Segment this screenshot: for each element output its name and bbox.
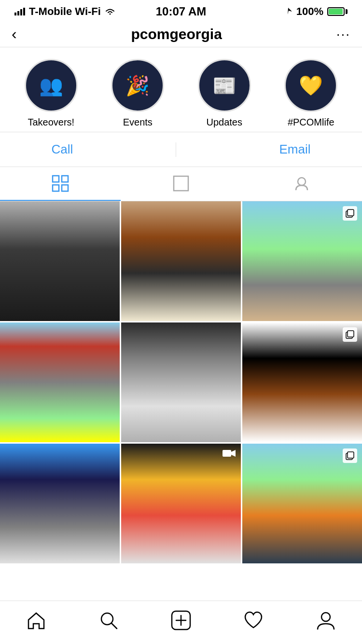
grid-view-button[interactable] [0, 167, 121, 201]
grid-item-8[interactable] [121, 444, 241, 563]
battery-icon [327, 7, 348, 16]
highlight-updates[interactable]: 📰 Updates [198, 59, 251, 128]
svg-rect-4 [53, 176, 59, 182]
home-icon [26, 610, 46, 630]
grid-icon [52, 175, 69, 192]
svg-point-22 [321, 613, 330, 621]
grid-item-3[interactable] [242, 201, 362, 321]
grid-item-2[interactable] [121, 201, 241, 321]
nav-search-button[interactable] [89, 606, 128, 635]
svg-rect-8 [174, 176, 188, 191]
multi-photo-badge-6 [343, 327, 357, 342]
heart-icon [243, 610, 264, 630]
wifi-icon [105, 8, 115, 15]
svg-rect-11 [348, 210, 354, 216]
svg-rect-16 [348, 452, 354, 458]
battery-percent: 100% [296, 5, 323, 18]
status-carrier: T-Mobile Wi-Fi [14, 5, 115, 18]
profile-icon [316, 610, 336, 630]
svg-rect-7 [62, 185, 68, 191]
search-icon [98, 610, 119, 630]
highlight-circle-takeovers: 👥 [25, 59, 78, 112]
tagged-view-button[interactable] [241, 167, 362, 201]
highlight-label-updates: Updates [207, 117, 243, 128]
status-right: 100% [284, 5, 348, 18]
highlight-events[interactable]: 🎉 Events [111, 59, 164, 128]
story-highlights: 👥 Takeovers! 🎉 Events 📰 Updates 💛 #PCOMl… [0, 47, 362, 132]
contact-divider [176, 142, 176, 157]
svg-rect-0 [14, 13, 16, 15]
camera-icon [223, 448, 236, 458]
multi-photo-badge-9 [343, 448, 357, 463]
view-toggle [0, 167, 362, 201]
carrier-label: T-Mobile Wi-Fi [29, 5, 101, 18]
svg-rect-13 [348, 331, 354, 337]
add-icon [171, 610, 191, 630]
page-header: ‹ pcomgeorgia ··· [0, 21, 362, 47]
highlight-takeovers[interactable]: 👥 Takeovers! [25, 59, 78, 128]
grid-item-6[interactable] [242, 322, 362, 442]
call-link[interactable]: Call [52, 142, 73, 157]
nav-activity-button[interactable] [234, 606, 273, 635]
svg-point-9 [298, 178, 306, 185]
highlight-pcomlife[interactable]: 💛 #PCOMlife [284, 59, 337, 128]
grid-item-1[interactable] [0, 201, 120, 321]
updates-icon: 📰 [212, 74, 237, 97]
video-badge-8 [223, 448, 236, 458]
svg-rect-5 [62, 176, 68, 182]
highlight-label-events: Events [123, 117, 153, 128]
grid-item-9[interactable] [242, 444, 362, 563]
highlight-circle-pcomlife: 💛 [284, 59, 337, 112]
photo-grid [0, 201, 362, 563]
nav-home-button[interactable] [17, 606, 56, 635]
svg-line-18 [111, 623, 117, 629]
status-bar: T-Mobile Wi-Fi 10:07 AM 100% [0, 0, 362, 21]
nav-add-button[interactable] [162, 606, 200, 635]
multi-photo-badge-3 [343, 206, 357, 221]
contact-row: Call Email [0, 132, 362, 167]
back-button[interactable]: ‹ [12, 25, 17, 43]
events-icon: 🎉 [125, 74, 150, 97]
svg-rect-6 [53, 185, 59, 191]
grid-item-7[interactable] [0, 444, 120, 563]
svg-rect-2 [20, 9, 22, 15]
list-icon [172, 175, 190, 192]
status-time: 10:07 AM [156, 5, 206, 18]
nav-profile-button[interactable] [306, 606, 345, 635]
highlight-label-pcomlife: #PCOMlife [288, 117, 334, 128]
svg-rect-1 [17, 11, 19, 15]
svg-rect-14 [223, 450, 231, 457]
tagged-icon [293, 175, 310, 192]
multi-icon [346, 209, 354, 218]
list-view-button[interactable] [121, 167, 241, 201]
more-options-button[interactable]: ··· [336, 27, 350, 42]
multi-icon-9 [346, 451, 354, 460]
grid-item-4[interactable] [0, 322, 120, 442]
page-title: pcomgeorgia [131, 26, 222, 42]
multi-icon-6 [346, 330, 354, 339]
highlight-circle-updates: 📰 [198, 59, 251, 112]
highlight-circle-events: 🎉 [111, 59, 164, 112]
grid-item-5[interactable] [121, 322, 241, 442]
location-icon [284, 7, 292, 16]
pcomlife-icon: 💛 [299, 74, 323, 97]
takeovers-icon: 👥 [39, 74, 63, 97]
email-link[interactable]: Email [279, 142, 310, 157]
bottom-nav [0, 601, 362, 644]
signal-icon [14, 8, 25, 15]
svg-rect-3 [23, 8, 25, 15]
highlight-label-takeovers: Takeovers! [28, 117, 74, 128]
